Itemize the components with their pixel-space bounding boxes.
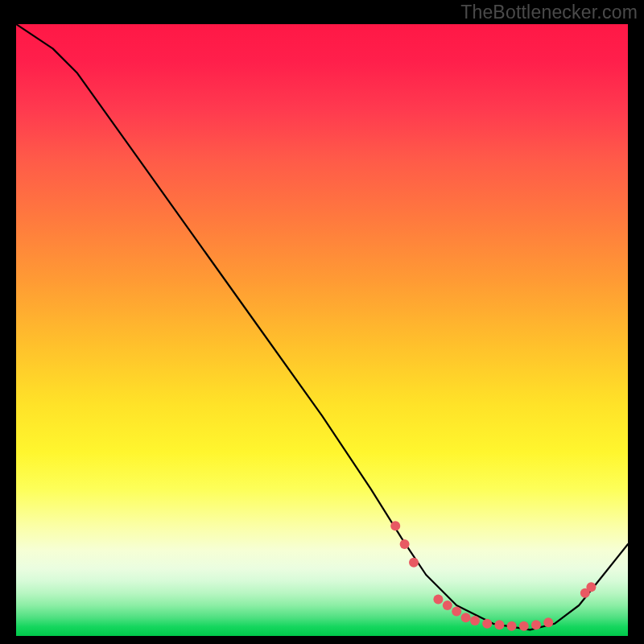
highlight-dots (390, 521, 596, 631)
highlight-dot (452, 607, 461, 617)
highlight-dot (443, 601, 452, 610)
highlight-dot (507, 621, 517, 631)
highlight-dot (461, 613, 471, 622)
highlight-dot (470, 616, 480, 625)
highlight-dot (543, 617, 553, 627)
chart-svg (16, 24, 628, 636)
bottleneck-curve (16, 24, 628, 630)
highlight-dot (409, 558, 419, 568)
highlight-dot (531, 620, 541, 630)
chart-frame: TheBottlenecker.com (0, 0, 644, 644)
highlight-dot (400, 539, 410, 549)
watermark-text: TheBottlenecker.com (460, 2, 638, 23)
highlight-dot (482, 619, 492, 629)
highlight-dot (494, 620, 504, 630)
highlight-dot (390, 521, 400, 530)
highlight-dot (433, 594, 443, 604)
plot-area (16, 24, 628, 636)
highlight-dot (519, 621, 529, 631)
highlight-dot (586, 582, 596, 592)
